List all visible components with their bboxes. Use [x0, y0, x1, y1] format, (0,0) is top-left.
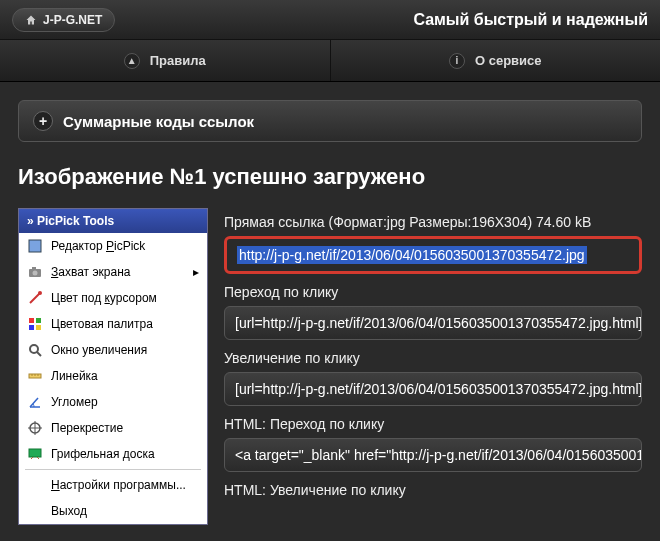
picpick-menu: » PicPick Tools Редактор PicPickЗахват э…: [18, 208, 208, 525]
picpick-item-board[interactable]: Грифельная доска: [19, 441, 207, 467]
menu-item-label: Линейка: [51, 369, 98, 383]
camera-icon: [27, 264, 43, 280]
tab-label: О сервисе: [475, 53, 542, 68]
zoom-link-input[interactable]: [url=http://j-p-g.net/if/2013/06/04/0156…: [224, 372, 642, 406]
brand-label: J-P-G.NET: [43, 13, 102, 27]
picpick-item-crosshair[interactable]: Перекрестие: [19, 415, 207, 441]
protractor-icon: [27, 394, 43, 410]
zoom-link-label: Увеличение по клику: [224, 350, 642, 366]
picpick-item-protractor[interactable]: Угломер: [19, 389, 207, 415]
direct-link-input[interactable]: http://j-p-g.net/if/2013/06/04/015603500…: [224, 236, 642, 274]
menu-item-label: Настройки программы...: [51, 478, 186, 492]
link-fields: Прямая ссылка (Формат:jpg Размеры:196X30…: [224, 208, 642, 504]
picpick-item-camera[interactable]: Захват экрана▸: [19, 259, 207, 285]
svg-point-5: [38, 291, 42, 295]
tab-rules[interactable]: ▲ Правила: [0, 40, 331, 81]
menu-item-label: Перекрестие: [51, 421, 123, 435]
svg-rect-9: [36, 325, 41, 330]
menu-item-label: Цвет под курсором: [51, 291, 157, 305]
html-zoom-label: HTML: Увеличение по клику: [224, 482, 642, 498]
svg-line-4: [30, 293, 40, 303]
ruler-icon: [27, 368, 43, 384]
picpick-header: » PicPick Tools: [19, 209, 207, 233]
menu-item-label: Выход: [51, 504, 87, 518]
page-title: Изображение №1 успешно загружено: [18, 164, 642, 190]
tabs-row: ▲ Правила i О сервисе: [0, 40, 660, 82]
picpick-settings[interactable]: Настройки программы...: [19, 472, 207, 498]
menu-item-label: Захват экрана: [51, 265, 130, 279]
plus-icon: +: [33, 111, 53, 131]
picpick-item-picker[interactable]: Цвет под курсором: [19, 285, 207, 311]
submenu-arrow-icon: ▸: [193, 265, 199, 279]
picker-icon: [27, 290, 43, 306]
direct-link-label: Прямая ссылка (Формат:jpg Размеры:196X30…: [224, 214, 642, 230]
svg-rect-8: [29, 325, 34, 330]
palette-icon: [27, 316, 43, 332]
summary-label: Суммарные коды ссылок: [63, 113, 254, 130]
html-click-input[interactable]: <a target="_blank" href="http://j-p-g.ne…: [224, 438, 642, 472]
click-link-input[interactable]: [url=http://j-p-g.net/if/2013/06/04/0156…: [224, 306, 642, 340]
picpick-item-editor[interactable]: Редактор PicPick: [19, 233, 207, 259]
picpick-exit[interactable]: Выход: [19, 498, 207, 524]
svg-rect-0: [29, 240, 41, 252]
summary-codes-toggle[interactable]: + Суммарные коды ссылок: [18, 100, 642, 142]
crosshair-icon: [27, 420, 43, 436]
svg-line-11: [37, 352, 41, 356]
svg-rect-7: [36, 318, 41, 323]
svg-rect-21: [29, 449, 41, 457]
svg-point-2: [33, 271, 38, 276]
direct-link-value: http://j-p-g.net/if/2013/06/04/015603500…: [237, 246, 587, 264]
html-click-label: HTML: Переход по клику: [224, 416, 642, 432]
menu-separator: [25, 469, 201, 470]
svg-rect-6: [29, 318, 34, 323]
home-icon: [25, 14, 37, 26]
content: + Суммарные коды ссылок Изображение №1 у…: [0, 82, 660, 541]
picpick-item-magnify[interactable]: Окно увеличения: [19, 337, 207, 363]
tagline: Самый быстрый и надежный: [115, 11, 648, 29]
menu-item-label: Окно увеличения: [51, 343, 147, 357]
menu-item-label: Цветовая палитра: [51, 317, 153, 331]
top-bar: J-P-G.NET Самый быстрый и надежный: [0, 0, 660, 40]
main-row: » PicPick Tools Редактор PicPickЗахват э…: [18, 208, 642, 525]
svg-rect-3: [32, 267, 36, 269]
click-link-label: Переход по клику: [224, 284, 642, 300]
alert-icon: ▲: [124, 53, 140, 69]
menu-item-label: Грифельная доска: [51, 447, 155, 461]
menu-item-label: Угломер: [51, 395, 98, 409]
tab-label: Правила: [150, 53, 206, 68]
picpick-item-palette[interactable]: Цветовая палитра: [19, 311, 207, 337]
tab-about[interactable]: i О сервисе: [331, 40, 661, 81]
brand-home-button[interactable]: J-P-G.NET: [12, 8, 115, 32]
info-icon: i: [449, 53, 465, 69]
picpick-item-ruler[interactable]: Линейка: [19, 363, 207, 389]
blank-icon: [27, 503, 43, 519]
board-icon: [27, 446, 43, 462]
blank-icon: [27, 477, 43, 493]
svg-point-10: [30, 345, 38, 353]
menu-item-label: Редактор PicPick: [51, 239, 145, 253]
editor-icon: [27, 238, 43, 254]
magnify-icon: [27, 342, 43, 358]
